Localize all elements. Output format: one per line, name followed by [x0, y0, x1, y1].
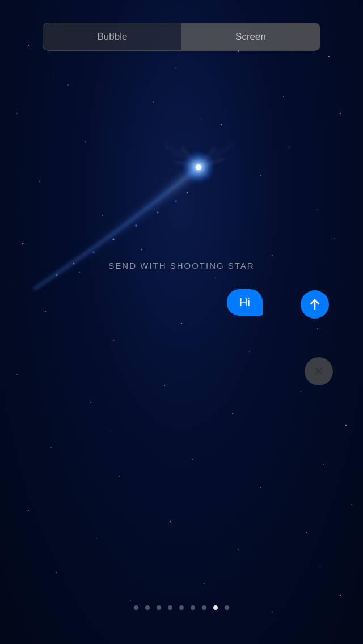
svg-point-58 [320, 566, 320, 567]
close-button[interactable] [305, 357, 333, 385]
svg-point-42 [170, 521, 171, 522]
svg-point-51 [53, 73, 54, 74]
message-bubble: Hi [227, 289, 263, 316]
svg-point-46 [56, 572, 57, 573]
dot-4[interactable] [168, 605, 172, 610]
dot-5[interactable] [179, 605, 184, 610]
svg-point-31 [164, 385, 165, 386]
svg-point-10 [221, 124, 222, 125]
svg-point-3 [175, 67, 176, 68]
svg-point-32 [232, 413, 233, 414]
svg-point-12 [340, 113, 341, 114]
dot-2[interactable] [145, 605, 150, 610]
svg-point-16 [260, 175, 261, 176]
svg-point-55 [281, 306, 281, 307]
segment-control: Bubble Screen [43, 23, 320, 51]
svg-point-52 [201, 118, 201, 119]
svg-point-29 [16, 374, 18, 375]
svg-point-27 [249, 351, 250, 351]
close-icon [313, 366, 324, 377]
svg-point-9 [153, 101, 153, 102]
send-with-label: SEND WITH SHOOTING STAR [0, 261, 363, 270]
svg-point-8 [85, 141, 86, 142]
svg-point-35 [50, 447, 51, 448]
svg-point-53 [349, 170, 349, 171]
svg-point-41 [96, 538, 96, 539]
svg-point-33 [300, 391, 301, 392]
svg-point-0 [28, 45, 29, 46]
bubble-tab[interactable]: Bubble [43, 23, 182, 50]
screen-tab[interactable]: Screen [182, 23, 320, 50]
dot-1[interactable] [134, 605, 138, 610]
svg-point-11 [289, 147, 290, 148]
dot-6[interactable] [191, 605, 195, 610]
svg-point-54 [14, 283, 14, 283]
svg-point-25 [113, 340, 114, 341]
svg-point-34 [345, 425, 347, 426]
svg-point-13 [39, 181, 40, 182]
dot-3[interactable] [157, 605, 161, 610]
svg-point-19 [79, 272, 80, 273]
svg-point-26 [181, 323, 182, 324]
svg-point-20 [141, 249, 142, 250]
svg-point-57 [218, 510, 219, 511]
svg-point-56 [110, 430, 111, 431]
svg-point-38 [260, 487, 261, 488]
svg-point-50 [340, 595, 341, 596]
svg-point-17 [317, 209, 318, 210]
svg-point-28 [317, 328, 318, 329]
svg-point-30 [90, 402, 91, 403]
svg-point-1 [67, 84, 69, 86]
svg-point-7 [16, 113, 18, 114]
background [0, 0, 363, 644]
svg-point-15 [187, 192, 187, 193]
svg-point-37 [192, 459, 193, 460]
svg-point-18 [22, 243, 23, 244]
dot-9[interactable] [225, 605, 229, 610]
stars-decoration [0, 0, 363, 644]
svg-point-22 [272, 255, 273, 256]
svg-point-40 [28, 510, 29, 511]
svg-point-24 [45, 311, 46, 312]
svg-point-44 [306, 532, 307, 533]
svg-point-43 [238, 549, 239, 550]
svg-point-39 [323, 464, 324, 465]
svg-point-49 [272, 612, 273, 613]
svg-point-23 [334, 238, 335, 239]
page-indicator [0, 605, 363, 610]
svg-point-5 [283, 96, 284, 97]
svg-point-6 [328, 56, 330, 57]
svg-point-21 [215, 277, 216, 278]
dot-8[interactable] [213, 605, 218, 610]
svg-point-36 [119, 476, 120, 477]
svg-point-48 [204, 583, 205, 584]
svg-point-45 [351, 504, 352, 505]
send-button[interactable] [301, 290, 329, 319]
send-arrow-icon [308, 298, 322, 311]
dot-7[interactable] [202, 605, 206, 610]
svg-point-47 [130, 600, 130, 601]
svg-point-14 [102, 215, 103, 216]
